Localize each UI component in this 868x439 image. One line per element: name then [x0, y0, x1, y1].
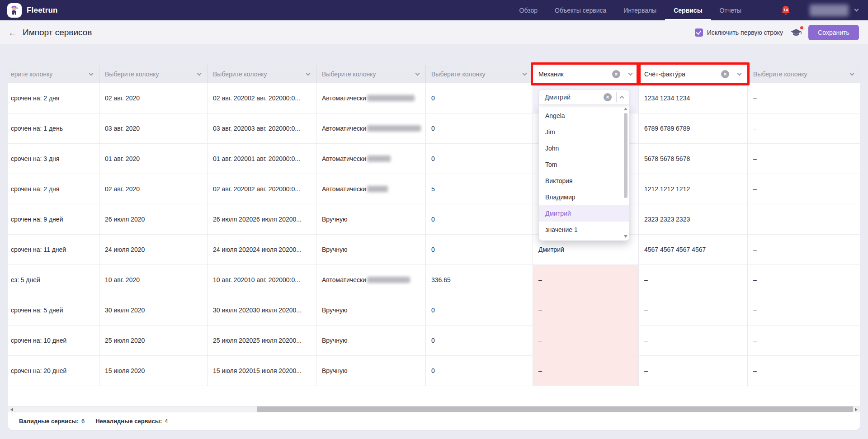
- cell-r4-c1[interactable]: срочен на: 2 дня: [8, 174, 99, 204]
- cell-r2-c7[interactable]: 6789 6789 6789: [639, 113, 748, 143]
- cell-r1-c5[interactable]: 0: [426, 83, 533, 113]
- cell-r9-c2[interactable]: 25 июля 2020: [99, 326, 208, 355]
- horizontal-scrollbar[interactable]: [8, 406, 860, 412]
- user-menu[interactable]: [810, 5, 858, 16]
- dropdown-option[interactable]: John: [539, 140, 629, 156]
- column-select-8[interactable]: Выберите колонку: [748, 65, 860, 83]
- scroll-left-arrow-icon[interactable]: [10, 408, 13, 411]
- scroll-up-arrow-icon[interactable]: [624, 108, 627, 110]
- nav-tab-servisy[interactable]: Сервисы: [665, 0, 711, 20]
- mechanic-cell-editor[interactable]: Дмитрий ×: [539, 90, 629, 105]
- cell-r10-c2[interactable]: 15 июля 2020: [99, 356, 208, 386]
- cell-r2-c2[interactable]: 03 авг. 2020: [99, 113, 208, 143]
- dropdown-option[interactable]: Angela: [539, 108, 629, 124]
- cell-r5-c4[interactable]: Вручную: [316, 204, 426, 234]
- cell-r8-c2[interactable]: 30 июля 2020: [99, 295, 208, 325]
- cell-r10-c3[interactable]: 15 июля 202015 июля 20200...: [208, 356, 316, 386]
- scroll-right-arrow-icon[interactable]: [855, 408, 858, 411]
- column-select-5[interactable]: Выберите колонку: [426, 65, 533, 83]
- chevron-down-icon[interactable]: [737, 71, 742, 76]
- clear-value-icon[interactable]: ×: [604, 93, 612, 101]
- cell-r3-c8[interactable]: –: [748, 144, 860, 174]
- cell-r4-c5[interactable]: 5: [426, 174, 533, 204]
- column-select-1[interactable]: ерите колонку: [8, 65, 99, 83]
- column-select-6[interactable]: Механик×: [533, 65, 639, 83]
- cell-r9-c6[interactable]: –: [533, 326, 639, 355]
- cell-r2-c8[interactable]: –: [748, 113, 860, 143]
- cell-r6-c4[interactable]: Вручную: [316, 235, 426, 264]
- cell-r7-c5[interactable]: 336.65: [426, 265, 533, 295]
- cell-r3-c7[interactable]: 5678 5678 5678: [639, 144, 748, 174]
- cell-r8-c4[interactable]: Вручную: [316, 295, 426, 325]
- cell-r7-c1[interactable]: ез: 5 дней: [8, 265, 99, 295]
- dropdown-scrollbar-thumb[interactable]: [624, 113, 627, 198]
- help-tour-button[interactable]: [790, 28, 802, 37]
- cell-r7-c3[interactable]: 10 авг. 202010 авг. 202000:0...: [208, 265, 316, 295]
- cell-r10-c5[interactable]: 0: [426, 356, 533, 386]
- chevron-down-icon[interactable]: [197, 71, 202, 76]
- cell-r4-c3[interactable]: 02 авг. 202002 авг. 202000:0...: [208, 174, 316, 204]
- cell-r10-c6[interactable]: –: [533, 356, 639, 386]
- cell-r10-c7[interactable]: –: [639, 356, 748, 386]
- cell-r3-c4[interactable]: Автоматически: [316, 144, 426, 174]
- nav-tab-obzor[interactable]: Обзор: [511, 0, 546, 20]
- cell-r4-c7[interactable]: 1212 1212 1212: [639, 174, 748, 204]
- chevron-down-icon[interactable]: [523, 71, 527, 76]
- cell-r1-c2[interactable]: 02 авг. 2020: [99, 83, 208, 113]
- cell-r6-c7[interactable]: 4567 4567 4567 4567: [639, 235, 748, 264]
- cell-r8-c1[interactable]: срочен на: 5 дней: [8, 295, 99, 325]
- cell-r1-c4[interactable]: Автоматически: [316, 83, 426, 113]
- chevron-down-icon[interactable]: [628, 71, 633, 76]
- cell-r5-c5[interactable]: 0: [426, 204, 533, 234]
- cell-r2-c1[interactable]: срочен на: 1 день: [8, 113, 99, 143]
- cell-r9-c3[interactable]: 25 июля 202025 июля 20200...: [208, 326, 316, 355]
- cell-r8-c6[interactable]: –: [533, 295, 639, 325]
- cell-r9-c4[interactable]: Вручную: [316, 326, 426, 355]
- cell-r3-c1[interactable]: срочен на: 3 дня: [8, 144, 99, 174]
- dropdown-option[interactable]: Виктория: [539, 173, 629, 189]
- cell-r7-c7[interactable]: –: [639, 265, 748, 295]
- cell-r5-c7[interactable]: 2323 2323 2323: [639, 204, 748, 234]
- cell-r7-c4[interactable]: Автоматически: [316, 265, 426, 295]
- cell-r6-c2[interactable]: 24 июля 2020: [99, 235, 208, 264]
- cell-r1-c1[interactable]: срочен на: 2 дня: [8, 83, 99, 113]
- cell-r7-c6[interactable]: –: [533, 265, 639, 295]
- cell-r7-c2[interactable]: 10 авг. 2020: [99, 265, 208, 295]
- cell-r10-c1[interactable]: срочен на: 20 дней: [8, 356, 99, 386]
- cell-r1-c7[interactable]: 1234 1234 1234: [639, 83, 748, 113]
- cell-r8-c7[interactable]: –: [639, 295, 748, 325]
- cell-r8-c5[interactable]: 0: [426, 295, 533, 325]
- save-button[interactable]: Сохранить: [808, 25, 859, 40]
- chevron-down-icon[interactable]: [850, 71, 854, 76]
- cell-r6-c8[interactable]: –: [748, 235, 860, 264]
- cell-r5-c1[interactable]: срочен на: 9 дней: [8, 204, 99, 234]
- column-select-3[interactable]: Выберите колонку: [208, 65, 316, 83]
- cell-r9-c8[interactable]: –: [748, 326, 860, 355]
- column-select-4[interactable]: Выберите колонку: [316, 65, 426, 83]
- cell-r6-c3[interactable]: 24 июля 202024 июля 20200...: [208, 235, 316, 264]
- cell-r3-c3[interactable]: 01 авг. 202001 авг. 202000:0...: [208, 144, 316, 174]
- cell-r4-c8[interactable]: –: [748, 174, 860, 204]
- clear-column-icon[interactable]: ×: [721, 70, 729, 78]
- cell-r4-c4[interactable]: Автоматически: [316, 174, 426, 204]
- cell-r6-c5[interactable]: 0: [426, 235, 533, 264]
- cell-r5-c8[interactable]: –: [748, 204, 860, 234]
- column-select-2[interactable]: Выберите колонку: [99, 65, 208, 83]
- chevron-down-icon[interactable]: [306, 71, 311, 76]
- cell-r10-c4[interactable]: Вручную: [316, 356, 426, 386]
- dropdown-option[interactable]: Jim: [539, 124, 629, 140]
- chevron-down-icon[interactable]: [89, 71, 94, 76]
- dropdown-option[interactable]: значение 1: [539, 222, 629, 238]
- cell-r6-c1[interactable]: срочен на: 11 дней: [8, 235, 99, 264]
- cell-r2-c5[interactable]: 0: [426, 113, 533, 143]
- clear-column-icon[interactable]: ×: [612, 70, 620, 78]
- exclude-first-row-checkbox[interactable]: [695, 28, 703, 37]
- cell-r7-c8[interactable]: –: [748, 265, 860, 295]
- cell-r2-c3[interactable]: 03 авг. 202003 авг. 202000:0...: [208, 113, 316, 143]
- dropdown-scrollbar[interactable]: [623, 107, 628, 239]
- notifications-button[interactable]: 14: [780, 5, 792, 16]
- chevron-up-icon[interactable]: [620, 96, 624, 100]
- cell-r3-c2[interactable]: 01 авг. 2020: [99, 144, 208, 174]
- cell-r5-c2[interactable]: 26 июля 2020: [99, 204, 208, 234]
- cell-r4-c2[interactable]: 02 авг. 2020: [99, 174, 208, 204]
